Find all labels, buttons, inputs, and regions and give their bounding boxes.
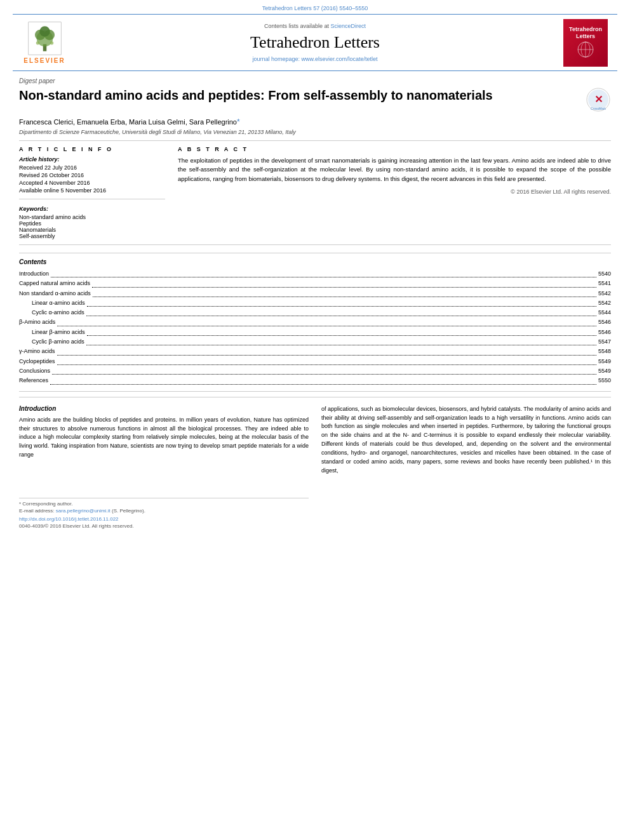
toc-dots	[51, 269, 596, 277]
email-note: E-mail address: sara.pellegrino@unimi.it…	[19, 508, 309, 514]
toc-item: Linear α-amino acids5542	[19, 298, 611, 308]
abstract-section: A B S T R A C T The exploitation of pept…	[178, 146, 611, 239]
toc-container: Introduction5540Capped natural amino aci…	[19, 269, 611, 386]
keywords-label: Keywords:	[19, 206, 165, 212]
accepted-date: Accepted 4 November 2016	[19, 180, 165, 186]
article-info-label: A R T I C L E I N F O	[19, 146, 165, 152]
toc-page: 5548	[598, 347, 611, 356]
tetlet-badge-title2: Letters	[576, 33, 595, 40]
toc-item: Linear β-amino acids5546	[19, 328, 611, 337]
keyword-2: Peptides	[19, 220, 165, 227]
toc-item: Cyclopeptides5549	[19, 357, 611, 366]
toc-dots	[57, 347, 596, 355]
toc-page: 5546	[598, 328, 611, 337]
email-link[interactable]: sara.pellegrino@unimi.it	[56, 508, 111, 514]
keyword-3: Nanomaterials	[19, 227, 165, 233]
toc-label: Non standard α-amino acids	[19, 289, 91, 298]
toc-page: 5541	[598, 279, 611, 288]
article-history-label: Article history:	[19, 156, 165, 163]
toc-item: Conclusions5549	[19, 366, 611, 376]
article-info-abstract: A R T I C L E I N F O Article history: R…	[19, 146, 611, 239]
toc-item: Capped natural amino acids5541	[19, 279, 611, 288]
elsevier-tree-icon	[27, 21, 62, 56]
toc-item: Non standard α-amino acids5542	[19, 289, 611, 298]
toc-page: 5540	[598, 269, 611, 279]
toc-dots	[93, 289, 596, 297]
toc-item: Introduction5540	[19, 269, 611, 279]
email-suffix: (S. Pellegrino).	[112, 508, 145, 514]
doi-text: http://dx.doi.org/10.1016/j.tetlet.2016.…	[19, 516, 119, 522]
intro-col-left: Introduction Amino acids are the buildin…	[19, 405, 309, 530]
elsevier-logo-area: ELSEVIER	[13, 18, 76, 67]
divider-3	[19, 397, 611, 397]
doi-line[interactable]: http://dx.doi.org/10.1016/j.tetlet.2016.…	[19, 516, 309, 522]
corresponding-label: * Corresponding author.	[19, 501, 73, 507]
journal-header: ELSEVIER Contents lists available at Sci…	[13, 14, 617, 71]
keyword-4: Self-assembly	[19, 233, 165, 239]
divider-keywords	[19, 199, 165, 199]
available-date: Available online 5 November 2016	[19, 187, 165, 194]
homepage-label-text: journal homepage:	[252, 56, 301, 62]
toc-dots	[92, 279, 596, 287]
toc-page: 5549	[598, 366, 611, 376]
affiliation: Dipartimento di Scienze Farmaceutiche, U…	[19, 129, 611, 135]
footnote-area: * Corresponding author. E-mail address: …	[19, 498, 309, 529]
toc-item: Cyclic β-amino acids5547	[19, 337, 611, 347]
page: Tetrahedron Letters 57 (2016) 5540–5550	[0, 0, 630, 840]
elsevier-logo: ELSEVIER	[23, 21, 65, 64]
toc-label: Linear α-amino acids	[32, 298, 85, 308]
tetlet-badge-area: Tetrahedron Letters	[554, 18, 617, 67]
toc-item: γ-Amino acids5548	[19, 347, 611, 356]
svg-point-7	[36, 41, 39, 45]
revised-date: Revised 26 October 2016	[19, 172, 165, 178]
divider-1	[19, 140, 611, 141]
toc-page: 5542	[598, 298, 611, 308]
toc-dots	[87, 328, 596, 336]
abstract-text: The exploitation of peptides in the deve…	[178, 156, 611, 183]
toc-page: 5542	[598, 289, 611, 298]
svg-text:CrossMark: CrossMark	[591, 107, 607, 110]
toc-label: Introduction	[19, 269, 49, 279]
contents-title: Contents	[19, 258, 611, 265]
abstract-copyright: © 2016 Elsevier Ltd. All rights reserved…	[178, 189, 611, 195]
toc-label: References	[19, 376, 48, 385]
abstract-label: A B S T R A C T	[178, 146, 611, 152]
introduction-section: Introduction Amino acids are the buildin…	[19, 405, 611, 530]
toc-dots	[52, 366, 596, 375]
crossmark-logo: ✕ CrossMark	[586, 87, 611, 112]
journal-reference: Tetrahedron Letters 57 (2016) 5540–5550	[0, 0, 630, 14]
toc-label: Cyclic α-amino acids	[32, 308, 84, 317]
elsevier-brand-text: ELSEVIER	[23, 57, 65, 64]
toc-dots	[57, 357, 596, 365]
science-direct-link[interactable]: ScienceDirect	[331, 23, 366, 29]
homepage-url[interactable]: www.elsevier.com/locate/tetlet	[302, 56, 378, 62]
intro-text-left: Amino acids are the building blocks of p…	[19, 416, 309, 460]
toc-label: γ-Amino acids	[19, 347, 55, 356]
journal-homepage: journal homepage: www.elsevier.com/locat…	[252, 56, 377, 62]
corresponding-author-note: * Corresponding author.	[19, 501, 309, 507]
svg-point-8	[50, 41, 53, 45]
toc-dots	[57, 317, 596, 326]
toc-page: 5550	[598, 376, 611, 385]
divider-2	[19, 244, 611, 245]
toc-page: 5544	[598, 308, 611, 317]
email-label: E-mail address:	[19, 508, 55, 514]
contents-section: Contents Introduction5540Capped natural …	[19, 253, 611, 392]
toc-dots	[87, 298, 596, 307]
article-title: Non-standard amino acids and peptides: F…	[19, 87, 579, 103]
svg-text:✕: ✕	[594, 94, 603, 105]
authors: Francesca Clerici, Emanuela Erba, Maria …	[19, 117, 611, 126]
article-content: Digest paper Non-standard amino acids an…	[0, 71, 630, 535]
digest-label: Digest paper	[19, 77, 611, 84]
journal-title: Tetrahedron Letters	[250, 33, 380, 52]
article-info-section: A R T I C L E I N F O Article history: R…	[19, 146, 165, 239]
corresponding-asterisk: *	[237, 117, 240, 126]
tetlet-badge-title1: Tetrahedron	[569, 26, 602, 33]
toc-page: 5546	[598, 317, 611, 327]
svg-point-6	[39, 26, 50, 37]
journal-ref-text: Tetrahedron Letters 57 (2016) 5540–5550	[262, 5, 368, 11]
journal-center-info: Contents lists available at ScienceDirec…	[76, 18, 554, 67]
toc-label: Cyclopeptides	[19, 357, 55, 366]
tetlet-badge-icon	[573, 40, 598, 59]
toc-item: Cyclic α-amino acids5544	[19, 308, 611, 317]
